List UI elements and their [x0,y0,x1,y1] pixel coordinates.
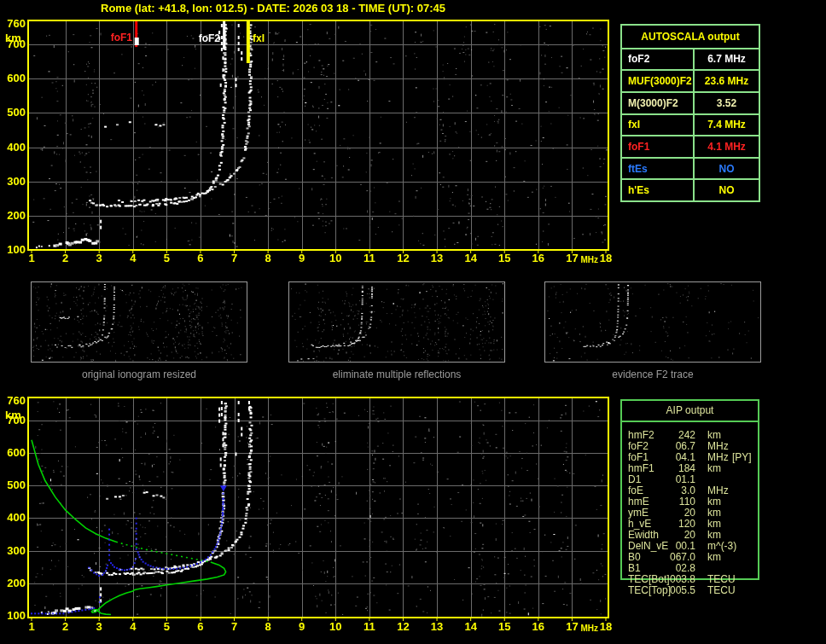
aip-value-14: 005.5 [661,585,695,596]
y-tick-200-bottom: 200 [0,577,26,589]
x-tick-9-bottom: 9 [289,620,315,633]
aip-unit-3: km [707,463,721,474]
y-axis-unit-top: km [5,32,21,44]
aip-table-divider [622,421,758,422]
y-tick-200-top: 200 [0,209,26,222]
x-tick-2-bottom: 2 [53,620,79,633]
autoscala-row-value-3: 7.4 MHz [693,113,759,136]
marker-label-fxI: fxI [253,32,265,44]
autoscala-row-label-1: MUF(3000)F2 [622,69,693,91]
x-tick-5-bottom: 5 [154,620,179,633]
x-tick-10-top: 10 [323,252,348,264]
x-tick-14-bottom: 14 [458,620,484,633]
x-axis-unit-bottom: MHz [580,624,598,633]
x-tick-10-bottom: 10 [323,620,348,633]
autoscala-row-label-2: M(3000)F2 [622,91,693,113]
autoscala-row-value-0: 6.7 MHz [693,48,759,70]
x-tick-5-top: 5 [154,252,179,264]
thumbnail-caption-f2trace: evidence F2 trace [544,368,761,380]
x-tick-4-bottom: 4 [120,620,146,633]
aip-output-table: AIP output hmF2242kmfoF206.7MHzfoF104.1M… [620,399,759,604]
x-tick-14-top: 14 [458,252,484,264]
y-tick-600-top: 600 [0,72,26,84]
x-tick-12-bottom: 12 [390,620,416,633]
x-tick-7-bottom: 7 [222,620,247,633]
x-tick-12-top: 12 [390,252,416,264]
y-tick-760-top: 760 [0,17,26,30]
aip-table-title: AIP output [620,404,759,416]
y-tick-400-bottom: 400 [0,511,26,524]
x-axis-unit-top: MHz [580,255,598,264]
x-tick-16-top: 16 [526,252,551,264]
x-tick-16-bottom: 16 [526,620,551,633]
thumbnail-caption-original: original ionogram resized [31,368,247,380]
x-tick-6-top: 6 [188,252,213,264]
autoscala-row-value-5: NO [693,157,759,179]
y-tick-300-top: 300 [0,175,26,188]
aip-note-2: [PY] [732,452,752,463]
autoscala-table-title: AUTOSCALA output [622,26,759,48]
y-axis-unit-bottom: km [5,409,21,421]
x-tick-8-bottom: 8 [255,620,281,633]
x-tick-15-bottom: 15 [492,620,517,633]
aip-row-TEC[Top]: TEC[Top]005.5TECU [620,585,759,596]
aip-unit-14: TECU [707,585,736,596]
x-tick-2-top: 2 [53,252,79,264]
x-tick-13-bottom: 13 [424,620,450,633]
x-tick-6-bottom: 6 [188,620,213,633]
autoscala-row-label-3: fxI [622,113,693,136]
y-tick-600-bottom: 600 [0,446,26,459]
station-title: Rome (lat: +41.8, lon: 012.5) - DATE: 20… [0,2,546,15]
y-tick-500-top: 500 [0,106,26,119]
y-tick-300-bottom: 300 [0,544,26,557]
marker-label-foF2: foF2 [177,32,220,44]
x-tick-13-top: 13 [424,252,450,264]
x-tick-9-top: 9 [289,252,315,264]
y-tick-100-top: 100 [0,243,26,256]
autoscala-row-value-6: NO [693,178,759,200]
autoscala-row-value-1: 23.6 MHz [693,69,759,91]
y-tick-500-bottom: 500 [0,479,26,491]
x-tick-7-top: 7 [222,252,247,264]
x-tick-11-bottom: 11 [357,620,382,633]
x-tick-11-top: 11 [357,252,382,264]
aip-unit-11: km [707,552,721,563]
y-tick-400-top: 400 [0,141,26,154]
x-tick-15-top: 15 [492,252,517,264]
autoscala-row-value-2: 3.52 [693,91,759,113]
x-tick-3-top: 3 [86,252,112,264]
autoscala-row-label-4: foF1 [622,135,693,157]
autoscala-row-value-4: 4.1 MHz [693,135,759,157]
x-tick-4-top: 4 [120,252,146,264]
thumbnail-caption-reflections: eliminate multiple reflections [288,368,505,380]
y-tick-100-bottom: 100 [0,609,26,622]
y-tick-760-bottom: 760 [0,394,26,407]
autoscala-row-label-5: ftEs [622,157,693,179]
x-tick-3-bottom: 3 [86,620,112,633]
autoscala-row-label-6: h'Es [622,178,693,200]
x-tick-1-bottom: 1 [19,620,44,633]
autoscala-row-label-0: foF2 [622,48,693,70]
autoscala-app-window: { "title": "Rome (lat: +41.8, lon: 012.5… [0,0,826,644]
autoscala-output-table: AUTOSCALA output foF26.7 MHzMUF(3000)F22… [620,24,760,202]
marker-label-foF1: foF1 [90,32,132,44]
x-tick-8-top: 8 [255,252,281,264]
